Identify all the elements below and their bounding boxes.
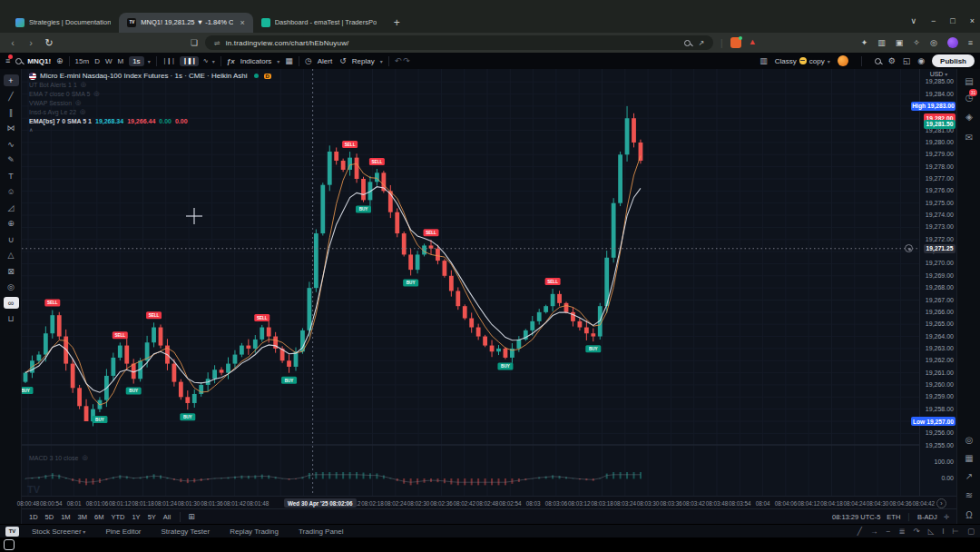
browser-menu-icon[interactable]: ≡ [968, 38, 973, 47]
tv-menu-icon[interactable]: ≡ [5, 56, 10, 65]
calendar-icon[interactable]: ▦ [957, 453, 980, 463]
notifications-bell-icon[interactable]: Ω [957, 510, 980, 520]
favorite-projection-icon[interactable]: ▢ [967, 527, 975, 536]
wallet-icon[interactable]: ▣ [896, 38, 904, 47]
chart-pane[interactable]: TVSELLSELLSELLSELLSELLSELLSELLSELLBUYBUY… [22, 69, 956, 496]
range-button-1d[interactable]: 1D [29, 513, 38, 521]
back-icon[interactable]: ‹ [7, 37, 18, 48]
time-axis[interactable]: 08:00:4808:00:5408:0108:01:0608:01:1208:… [22, 496, 956, 508]
favorite-horizontal-line-icon[interactable]: − [886, 527, 890, 536]
price-scale[interactable]: USD ▾ 19,255.0019,256.0019,257.0019,258.… [919, 69, 956, 496]
brush-tool-icon[interactable]: ✎ [4, 154, 19, 166]
replay-button[interactable]: ↺ Replay ▾ [339, 56, 382, 65]
candles-chart-type-icon[interactable]: ❙❚❙ [180, 56, 199, 66]
favorite-text-icon[interactable]: I [942, 527, 944, 536]
watchlist-icon[interactable]: ▤ [957, 76, 980, 86]
rewards-icon[interactable]: ✧ [913, 38, 920, 47]
eye-icon[interactable]: ◎ [81, 81, 86, 88]
clock-label[interactable]: 08:13:29 UTC-5 [832, 513, 880, 521]
trend-line-tool-icon[interactable]: ╱ [4, 91, 19, 103]
legend-title-row[interactable]: Micro E-mini Nasdaq-100 Index Futures · … [29, 72, 271, 80]
templates-grid-icon[interactable]: ▦ [285, 56, 293, 65]
zoom-in-tool-icon[interactable]: ⊕ [4, 218, 19, 230]
range-button-3m[interactable]: 3M [78, 513, 87, 521]
crosshair-tool-icon[interactable]: + [4, 74, 19, 86]
bottom-tab-replay-trading[interactable]: Replay Trading [230, 527, 279, 536]
layout-name-button[interactable]: Classy copy ▾ [775, 57, 830, 65]
favorite-arrow-icon[interactable]: → [870, 527, 878, 536]
emoji-tool-icon[interactable]: ☺ [4, 186, 19, 198]
legend-indicator-row[interactable]: Insd-s Avg Le 22◎ [29, 107, 271, 116]
measure-tool-icon[interactable]: ◿ [4, 202, 19, 213]
forward-icon[interactable]: › [25, 37, 36, 48]
chat-icon[interactable]: ✉ [957, 133, 980, 143]
link-drawings-tool-icon[interactable]: ∞ [4, 297, 19, 309]
sidebar-icon[interactable]: ▥ [877, 38, 886, 47]
timeframe-button[interactable]: M [118, 57, 124, 65]
range-button-5y[interactable]: 5Y [148, 513, 156, 521]
browser-tab[interactable]: TVMNQ1! 19,281.25 ▼ -1.84% C× [119, 13, 252, 33]
reload-icon[interactable]: ↻ [44, 37, 54, 49]
symbol-search[interactable]: MNQ1! [15, 57, 51, 65]
settings-gear-icon[interactable]: ⚙ [888, 56, 896, 65]
layers-icon[interactable]: ◈ [957, 112, 980, 122]
line-chart-type-icon[interactable]: ∿ [203, 57, 209, 64]
magnet-tool-icon[interactable]: ∪ [4, 233, 19, 245]
session-label[interactable]: ETH [887, 513, 900, 521]
timeframe-button-active[interactable]: 1s [129, 56, 143, 66]
range-button-all[interactable]: All [163, 513, 171, 521]
timeframe-button[interactable]: D [94, 57, 100, 65]
quick-search-icon[interactable] [875, 58, 881, 64]
indicators-caret-icon[interactable]: ▾ [277, 58, 279, 64]
range-button-ytd[interactable]: YTD [111, 513, 124, 521]
legend-indicator-row[interactable]: EMA 7 close 0 SMA 5◎ [29, 89, 271, 98]
share-icon[interactable]: ↗ [698, 39, 704, 47]
tab-search-icon[interactable]: ∨ [910, 16, 916, 25]
eye-icon[interactable]: ◎ [75, 99, 81, 106]
minimize-icon[interactable]: − [931, 16, 936, 25]
bar-chart-type-icon[interactable]: ❘❙❘ [162, 57, 176, 64]
alert-button[interactable]: ◷ Alert [305, 56, 332, 65]
legend-indicator-row[interactable]: UT Bot Alerts 1 1◎ [29, 80, 271, 89]
shield-location-icon[interactable]: ◎ [930, 38, 937, 47]
eye-icon[interactable]: ◎ [82, 454, 87, 461]
eye-icon[interactable]: ◎ [80, 108, 85, 115]
timeframe-button[interactable]: W [105, 57, 113, 65]
range-button-6m[interactable]: 6M [94, 513, 103, 521]
fullscreen-icon[interactable]: ◱ [903, 56, 911, 65]
compare-add-icon[interactable]: ⊕ [56, 56, 64, 65]
shapes-tool-icon[interactable]: △ [4, 250, 19, 261]
bottom-tab-stock-screener[interactable]: Stock Screener ▾ [32, 527, 85, 536]
leo-ai-icon[interactable]: ✦ [861, 38, 868, 47]
tradingview-logo[interactable]: TV [5, 527, 19, 537]
channel-tool-icon[interactable]: ∥ [4, 106, 19, 118]
price-scale-currency[interactable]: USD ▾ [920, 71, 957, 77]
bottom-tab-strategy-tester[interactable]: Strategy Tester [162, 527, 211, 536]
favorite-pitchfork-icon[interactable]: ⊢ [953, 527, 959, 536]
browser-tab[interactable]: Dashboard - emaTest | TradersPost [253, 13, 385, 33]
bookmark-panel-icon[interactable]: ❏ [191, 38, 198, 47]
lock-all-tool-icon[interactable]: ⊠ [4, 265, 19, 277]
extension-shield-icon[interactable] [730, 37, 741, 48]
xabcd-pattern-tool-icon[interactable]: ⋈ [4, 123, 19, 134]
remove-drawings-tool-icon[interactable]: ⊔ [4, 313, 19, 325]
maximize-icon[interactable]: □ [950, 16, 955, 25]
publish-button[interactable]: Publish [932, 54, 975, 67]
window-widget-icon[interactable] [4, 539, 15, 550]
macd-legend-row[interactable]: MACD 3 10 close ◎ [29, 454, 88, 461]
layout-caret-icon[interactable]: ▾ [828, 58, 830, 64]
snapshot-camera-icon[interactable]: ◉ [917, 56, 925, 65]
url-bar[interactable]: ⇌ in.tradingview.com/chart/hEbNuyuw/ ↗ [205, 35, 713, 50]
browser-tab[interactable]: Strategies | Documentation [7, 13, 119, 33]
timeframe-caret-icon[interactable]: ▾ [148, 58, 151, 64]
ideas-icon[interactable]: ◎ [957, 435, 980, 445]
favorite-triangle-icon[interactable]: ◺ [928, 527, 935, 536]
bottom-tab-trading-panel[interactable]: Trading Panel [299, 527, 344, 536]
favorite-parallel-lines-icon[interactable]: ≣ [898, 527, 905, 536]
url-text[interactable]: in.tradingview.com/chart/hEbNuyuw/ [226, 39, 349, 47]
extension-triangle-icon[interactable]: ▲ [749, 37, 757, 48]
user-avatar[interactable] [838, 55, 848, 66]
legend-indicator-row[interactable]: EMA[bs] 7 0 SMA 5 1 19,268.34 19,266.44 … [29, 116, 271, 125]
legend-indicator-row[interactable]: VWAP Session◎ [29, 98, 271, 107]
close-icon[interactable]: × [970, 16, 975, 25]
